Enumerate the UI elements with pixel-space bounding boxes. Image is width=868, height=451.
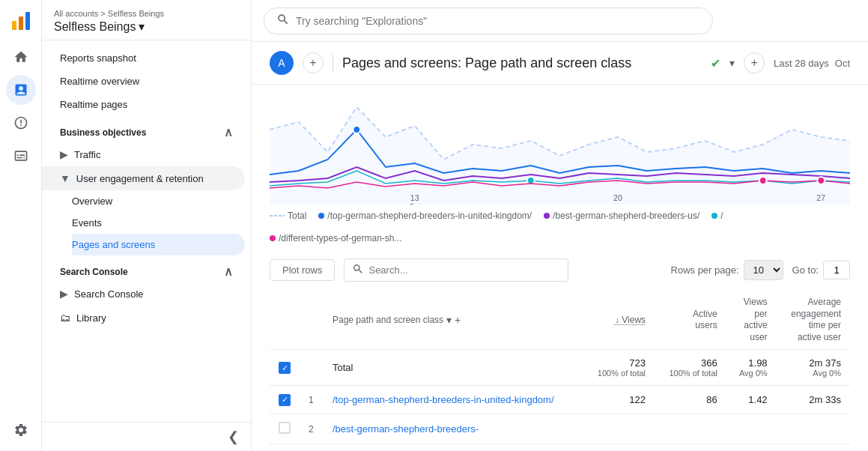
avg-engagement-value: 2m 37s [786,357,841,369]
goto-page: Go to: [792,261,850,279]
sidebar-item-reports-snapshot[interactable]: Reports snapshot [42,46,245,70]
checkbox-1[interactable] [279,394,291,406]
active-users-sub: 100% of total [664,369,717,378]
legend-item-1[interactable]: /top-german-shepherd-breeders-in-united-… [318,211,532,221]
col-checkbox [270,291,300,350]
col-page-path-label: Page path and screen class [333,315,443,325]
divider [333,54,333,72]
row-page-total: Total [324,350,583,386]
search-input[interactable] [296,15,700,27]
row-views-1: 122 [583,386,655,414]
collapse-sidebar-btn[interactable]: ❮ [228,429,239,445]
goto-input[interactable] [823,261,850,279]
sidebar-item-traffic[interactable]: ▶ Traffic [42,142,245,166]
svg-text:13: 13 [410,193,419,202]
table-search[interactable] [344,258,568,282]
svg-text:20: 20 [613,193,622,202]
data-table: Page path and screen class ▾ + ↓ Views A… [270,291,850,444]
avg-engagement-sub: Avg 0% [786,369,841,378]
page-header: A + Pages and screens: Page path and scr… [252,42,868,85]
explore-icon[interactable] [6,108,36,138]
analytics-logo[interactable] [6,6,36,36]
avatar[interactable]: A [270,51,294,75]
account-dropdown-arrow[interactable]: ▾ [139,19,145,34]
sidebar-header: All accounts > Selfless Beings Selfless … [42,0,251,40]
plot-rows-btn[interactable]: Plot rows [270,259,335,281]
add-comparison-btn[interactable]: + [303,52,324,73]
chevron-up-icon: ∧ [224,125,233,139]
date-label: Oct [835,58,850,69]
account-name[interactable]: Selfless Beings ▾ [54,19,239,34]
folder-icon: 🗂 [60,312,70,324]
rows-per-page-select[interactable]: 10 25 50 [744,260,783,280]
table-row: 1 /top-german-shepherd-breeders-in-unite… [270,386,850,414]
svg-text:Oct: Oct [408,202,421,205]
col-plus-icon[interactable]: + [455,314,461,326]
table-toolbar: Plot rows Rows per page: 10 25 50 [270,249,850,291]
section-title: Search Console [60,267,128,277]
sidebar-item-library[interactable]: 🗂 Library [42,306,245,330]
row-page-link[interactable]: /best-german-shepherd-breeders- [333,423,479,435]
expand-icon: ▶ [60,148,68,160]
sidebar-item-label: Reports snapshot [60,52,136,64]
row-page-label: Total [333,362,574,373]
sidebar-item-realtime-pages[interactable]: Realtime pages [42,93,245,116]
sidebar-item-search-console[interactable]: ▶ Search Console [42,282,245,306]
checkbox-2[interactable] [279,422,291,434]
row-views-per-user-2 [726,414,777,444]
table-container: Plot rows Rows per page: 10 25 50 [252,249,868,451]
col-active-users: Active users [655,291,726,350]
legend-label: /best-german-shepherd-breeders-us/ [553,211,699,221]
row-number: 2 [309,424,314,435]
settings-icon[interactable] [6,415,36,445]
home-icon[interactable] [6,42,36,72]
legend-item-2[interactable]: /best-german-shepherd-breeders-us/ [544,211,699,221]
edit-dropdown[interactable]: ▾ [729,57,735,69]
section-search-console[interactable]: Search Console ∧ [42,255,251,282]
legend-item-3[interactable]: / [711,211,723,221]
status-icon: ✔ [711,56,720,70]
col-views-per-user: Views per active user [726,291,777,350]
table-search-input[interactable] [368,264,560,276]
col-page-path[interactable]: Page path and screen class ▾ + [324,291,583,350]
reports-icon[interactable] [6,75,36,105]
row-checkbox-total[interactable] [270,350,300,386]
col-add-icon[interactable]: ▾ [446,314,452,326]
legend-total[interactable]: Total [270,211,306,221]
table-row: Total 723 100% of total 366 100% of tota… [270,350,850,386]
views-per-user-sub: Avg 0% [735,369,768,378]
row-page-link[interactable]: /top-german-shepherd-breeders-in-united-… [333,394,554,405]
add-btn-header[interactable]: + [744,52,765,73]
svg-point-5 [353,126,360,133]
row-checkbox-1[interactable] [270,386,300,414]
sidebar-item-label: Realtime overview [60,76,139,87]
date-range-label: Last 28 days [774,58,829,69]
active-users-value: 86 [706,394,717,405]
sidebar-item-overview[interactable]: Overview [72,190,245,212]
legend-item-4[interactable]: /different-types-of-german-sh... [270,233,402,243]
svg-rect-1 [19,16,23,30]
sidebar-item-realtime-overview[interactable]: Realtime overview [42,70,245,93]
row-active-users-2 [655,414,726,444]
advertising-icon[interactable] [6,141,36,171]
checkbox-total[interactable] [279,362,291,374]
sidebar-item-user-engagement[interactable]: ▼ User engagement & retention [42,166,245,190]
sidebar-item-events[interactable]: Events [72,212,245,234]
chart-container: 13 Oct 20 27 Total /top-german-shepherd-… [252,85,868,249]
search-bar[interactable] [264,7,713,34]
row-active-users-1: 86 [655,386,726,414]
legend-label: /top-german-shepherd-breeders-in-united-… [327,211,532,221]
content-area: A + Pages and screens: Page path and scr… [252,42,868,451]
col-views[interactable]: ↓ Views [583,291,655,350]
active-users-value: 366 [664,357,717,369]
row-number: 1 [309,395,314,405]
date-range: Last 28 days Oct [774,58,850,69]
views-per-user-value: 1.98 [735,357,768,369]
goto-label: Go to: [792,264,819,276]
row-checkbox-2[interactable] [270,414,300,444]
section-business-objectives[interactable]: Business objectives ∧ [42,116,251,142]
expand-icon: ▶ [60,288,68,300]
rows-per-page-label: Rows per page: [671,264,739,276]
sidebar-item-pages-and-screens[interactable]: Pages and screens [72,234,245,255]
section-title: Business objectives [60,127,146,138]
